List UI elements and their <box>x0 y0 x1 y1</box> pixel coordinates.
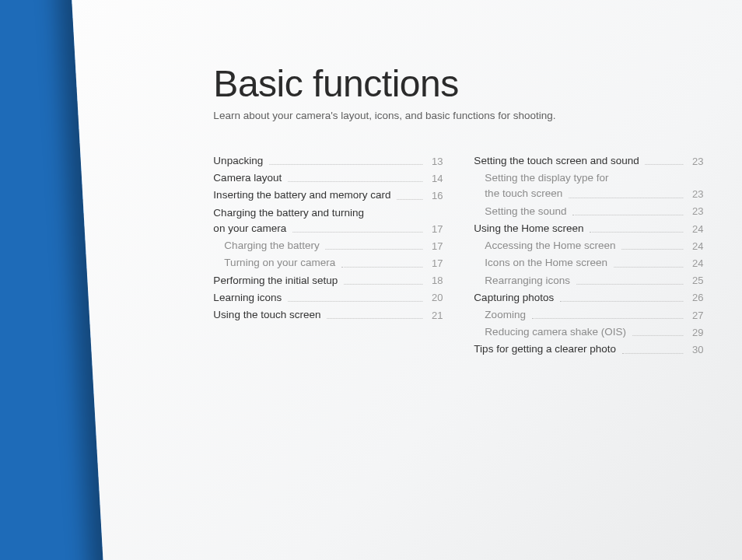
toc-entry[interactable]: Setting the sound23 <box>474 205 703 219</box>
toc-leader <box>269 164 422 165</box>
toc-entry[interactable]: Unpacking13 <box>213 154 443 168</box>
toc-page: 17 <box>425 240 443 254</box>
toc-column-left: Unpacking13Camera layout14Inserting the … <box>213 151 443 359</box>
page-title: Basic functions <box>213 62 703 105</box>
toc-leader <box>397 199 422 200</box>
toc-entry[interactable]: Reducing camera shake (OIS)29 <box>474 325 703 339</box>
toc-label: Rearranging icons <box>485 273 573 287</box>
toc-page: 21 <box>425 309 443 323</box>
toc-entry[interactable]: Tips for getting a clearer photo30 <box>474 342 703 356</box>
toc-page: 24 <box>686 257 703 271</box>
toc-page: 29 <box>686 326 703 340</box>
toc-page: 18 <box>425 274 443 288</box>
toc-leader <box>288 181 422 182</box>
toc-leader <box>590 232 683 233</box>
toc-label: Learning icons <box>213 291 285 305</box>
toc-leader <box>341 266 422 267</box>
document-page: Basic functions Learn about your camera'… <box>70 0 742 560</box>
toc-label: Performing the initial setup <box>213 273 341 287</box>
toc-label: Inserting the battery and memory card <box>213 188 394 202</box>
toc-entry[interactable]: Using the Home screen24 <box>474 222 703 236</box>
toc-label: on your camera <box>213 222 289 236</box>
toc-page: 17 <box>425 257 443 271</box>
toc-label: Using the Home screen <box>474 222 586 236</box>
toc-leader <box>614 266 683 267</box>
page-subtitle: Learn about your camera's layout, icons,… <box>213 110 703 121</box>
toc-entry[interactable]: Inserting the battery and memory card16 <box>213 188 443 202</box>
toc-page: 23 <box>686 187 703 201</box>
toc-leader <box>632 335 683 336</box>
toc-label: Reducing camera shake (OIS) <box>485 325 629 339</box>
toc-page: 13 <box>425 155 443 169</box>
toc-leader <box>569 198 683 198</box>
toc-entry[interactable]: Using the touch screen21 <box>213 308 443 322</box>
toc-leader <box>560 301 683 302</box>
toc-entry[interactable]: Setting the touch screen and sound23 <box>474 154 703 168</box>
toc-leader <box>622 353 683 354</box>
toc-entry[interactable]: Rearranging icons25 <box>474 273 703 287</box>
toc-leader <box>532 318 683 319</box>
toc-label: Charging the battery and turning <box>213 206 367 220</box>
toc-label: Using the touch screen <box>213 308 324 322</box>
toc-entry[interactable]: Performing the initial setup18 <box>213 273 443 287</box>
toc-label: Setting the sound <box>485 205 569 219</box>
content-area: Basic functions Learn about your camera'… <box>213 62 703 359</box>
toc-leader <box>292 232 422 233</box>
toc-page: 16 <box>425 189 443 203</box>
toc-entry[interactable]: Zooming27 <box>474 308 703 322</box>
toc-page: 26 <box>686 291 703 305</box>
toc-label: Setting the display type for <box>485 171 611 185</box>
toc-entry[interactable]: Camera layout14 <box>213 171 443 185</box>
toc-entry[interactable]: Icons on the Home screen24 <box>474 256 703 270</box>
toc-page: 23 <box>686 205 703 219</box>
toc-entry[interactable]: Learning icons20 <box>213 291 443 305</box>
toc-label: Tips for getting a clearer photo <box>474 342 619 356</box>
toc-page: 14 <box>425 172 443 186</box>
toc-leader <box>288 301 422 302</box>
toc-entry-line1: Setting the display type for <box>474 171 703 185</box>
toc-columns: Unpacking13Camera layout14Inserting the … <box>213 151 703 359</box>
toc-page: 24 <box>686 222 703 236</box>
toc-leader <box>344 284 422 285</box>
toc-page: 25 <box>686 274 703 288</box>
toc-page: 20 <box>425 291 443 305</box>
background: Basic functions Learn about your camera'… <box>0 0 742 560</box>
toc-leader <box>327 318 422 319</box>
toc-entry-line1: Charging the battery and turning <box>213 206 443 220</box>
toc-label: Turning on your camera <box>224 256 338 270</box>
toc-page: 23 <box>686 155 703 169</box>
toc-label: Accessing the Home screen <box>485 239 618 253</box>
toc-page: 17 <box>425 222 443 236</box>
toc-label: Camera layout <box>213 171 285 185</box>
toc-entry-line2[interactable]: the touch screen23 <box>474 187 703 201</box>
page-content: Basic functions Learn about your camera'… <box>2 4 742 560</box>
toc-column-right: Setting the touch screen and sound23Sett… <box>474 151 703 359</box>
toc-page: 27 <box>686 309 703 323</box>
toc-page: 30 <box>686 343 703 357</box>
toc-entry-line2[interactable]: on your camera17 <box>213 222 443 236</box>
toc-label: Setting the touch screen and sound <box>474 154 642 168</box>
toc-leader <box>572 215 683 215</box>
toc-label: the touch screen <box>485 187 565 201</box>
toc-label: Charging the battery <box>224 239 322 253</box>
toc-leader <box>326 249 423 250</box>
toc-leader <box>576 284 683 285</box>
toc-label: Unpacking <box>213 154 266 168</box>
toc-entry[interactable]: Capturing photos26 <box>474 291 703 305</box>
toc-entry[interactable]: Charging the battery17 <box>213 239 443 253</box>
toc-entry[interactable]: Turning on your camera17 <box>213 256 443 270</box>
toc-leader <box>621 249 683 250</box>
toc-leader <box>646 164 684 165</box>
toc-label: Zooming <box>485 308 529 322</box>
toc-entry[interactable]: Accessing the Home screen24 <box>474 239 703 253</box>
toc-page: 24 <box>686 240 703 254</box>
toc-label: Capturing photos <box>474 291 557 305</box>
toc-label: Icons on the Home screen <box>485 256 611 270</box>
